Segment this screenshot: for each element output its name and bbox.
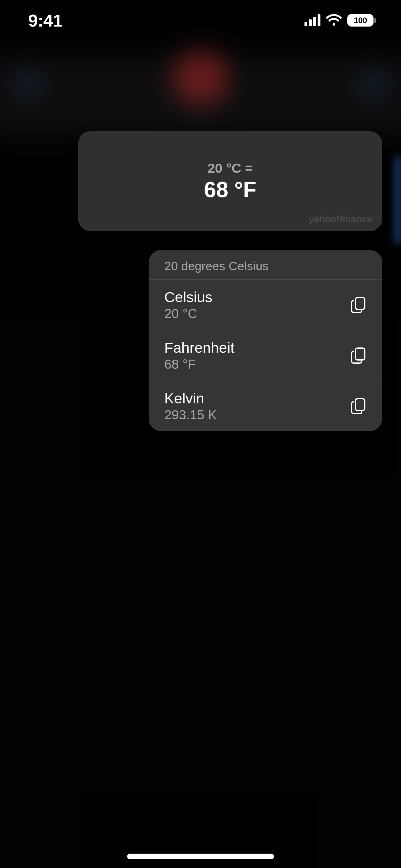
status-time: 9:41 — [28, 10, 63, 31]
spotlight-conversion-overlay: 9:41 100 20 °C = 68 °F yahoo!finance — [0, 0, 401, 868]
answer-source-attribution: yahoo!finance — [309, 214, 372, 224]
conversion-query-label: 20 °C = — [207, 161, 253, 176]
battery-tip — [374, 18, 376, 23]
background-right-edge — [395, 156, 401, 244]
answer-source-brand: yahoo! — [309, 214, 339, 224]
copy-icon[interactable] — [350, 398, 367, 415]
conversion-unit-value: 20 °C — [164, 306, 212, 321]
conversion-unit-label: Fahrenheit — [164, 339, 235, 356]
conversion-unit-value: 293.15 K — [164, 407, 217, 423]
conversion-unit-label: Celsius — [164, 288, 212, 306]
status-right-cluster: 100 — [304, 14, 376, 27]
battery-level: 100 — [347, 14, 373, 27]
svg-rect-0 — [356, 298, 365, 309]
conversion-text: Kelvin 293.15 K — [164, 390, 217, 423]
conversion-unit-label: Kelvin — [164, 390, 217, 407]
conversion-row-fahrenheit[interactable]: Fahrenheit 68 °F — [149, 330, 382, 380]
svg-rect-1 — [356, 348, 365, 360]
answer-source-suffix: finance — [339, 214, 372, 224]
conversion-text: Fahrenheit 68 °F — [164, 339, 235, 372]
conversion-text: Celsius 20 °C — [164, 288, 212, 321]
conversions-card: 20 degrees Celsius Celsius 20 °C Fahrenh… — [149, 250, 382, 431]
copy-icon[interactable] — [350, 296, 367, 314]
conversion-row-kelvin[interactable]: Kelvin 293.15 K — [149, 380, 382, 431]
home-indicator[interactable] — [127, 854, 274, 859]
conversion-answer-card[interactable]: 20 °C = 68 °F yahoo!finance — [78, 131, 382, 231]
copy-icon[interactable] — [350, 347, 367, 364]
status-bar: 9:41 100 — [0, 0, 401, 41]
dim-overlay[interactable] — [0, 0, 401, 868]
battery-indicator: 100 — [347, 14, 376, 27]
conversion-result-value: 68 °F — [204, 177, 257, 202]
conversion-row-celsius[interactable]: Celsius 20 °C — [149, 279, 382, 330]
conversions-header: 20 degrees Celsius — [149, 250, 382, 279]
conversion-unit-value: 68 °F — [164, 357, 235, 372]
wifi-icon — [326, 14, 342, 26]
cellular-signal-icon — [304, 14, 321, 26]
svg-rect-2 — [356, 399, 365, 410]
